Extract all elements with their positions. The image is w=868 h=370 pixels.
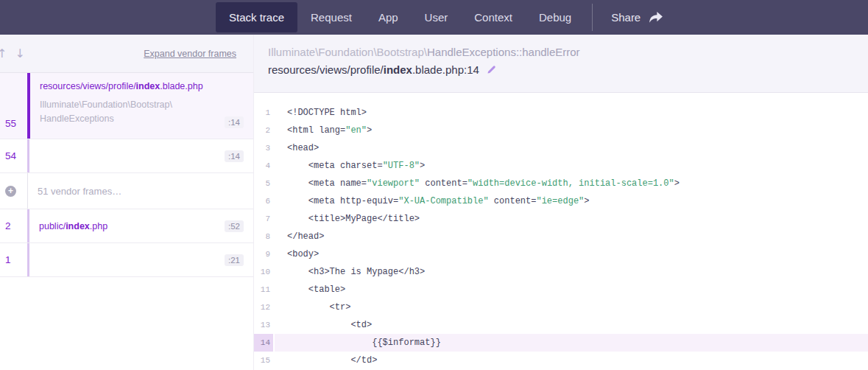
- frame-number-column: 2: [0, 209, 27, 242]
- frames-list: 55resources/views/profile/index.blade.ph…: [0, 73, 253, 277]
- line-number: 1: [254, 104, 273, 122]
- code-line-15: 15 </td>: [254, 352, 868, 369]
- code-line-text: <table>: [275, 281, 868, 299]
- code-line-text: <!DOCTYPE html>: [275, 104, 868, 122]
- line-number: 6: [254, 192, 273, 210]
- topbar-tabs: Stack traceRequestAppUserContextDebug: [216, 0, 585, 35]
- code-line-13: 13 <td>: [254, 316, 868, 334]
- code-line-text: <h3>The is Mypage</h3>: [275, 263, 868, 281]
- frame-detail-header: Illuminate\Foundation\Bootstrap\HandleEx…: [254, 35, 868, 92]
- code-line-12: 12 <tr>: [254, 299, 868, 316]
- sidebar-header: ↑↓ Expand vendor frames: [0, 35, 253, 73]
- code-line-text: <meta name="viewport" content="width=dev…: [275, 175, 868, 192]
- exception-method: Illuminate\Foundation\Bootstrap\HandleEx…: [268, 46, 868, 58]
- tab-stack-trace[interactable]: Stack trace: [216, 2, 297, 32]
- plus-circle-icon[interactable]: +: [5, 186, 16, 197]
- code-line-text: <head>: [275, 139, 868, 157]
- line-number: 15: [254, 352, 273, 369]
- main-panel: Illuminate\Foundation\Bootstrap\HandleEx…: [254, 35, 868, 370]
- line-number: 11: [254, 281, 273, 299]
- file-path-bold: index: [384, 63, 412, 76]
- tab-request[interactable]: Request: [297, 2, 365, 32]
- code-snippet-viewer: 1<!DOCTYPE html>2<html lang="en">3<head>…: [254, 92, 868, 370]
- open-in-editor-button[interactable]: [486, 64, 497, 75]
- line-number: 14: [254, 334, 273, 352]
- file-path-suffix: .blade.php:14: [412, 63, 479, 76]
- code-line-3: 3<head>: [254, 139, 868, 157]
- stack-frame-2[interactable]: 2public/index.php:52: [0, 209, 253, 243]
- frame-card: resources/views/profile/index.blade.phpI…: [27, 73, 253, 139]
- code-line-text: <td>: [275, 316, 868, 334]
- frame-file-path: resources/views/profile/index.blade.php: [40, 81, 244, 91]
- line-number-badge: :14: [225, 116, 244, 128]
- code-line-11: 11 <table>: [254, 281, 868, 299]
- share-button-label: Share: [611, 11, 641, 24]
- code-line-10: 10 <h3>The is Mypage</h3>: [254, 263, 868, 281]
- line-number: 7: [254, 210, 273, 228]
- pencil-icon: [486, 66, 497, 77]
- arrow-down-icon[interactable]: ↓: [13, 46, 26, 61]
- line-number: 3: [254, 139, 273, 157]
- frame-number-column: +: [0, 173, 27, 209]
- frame-number: 55: [5, 118, 16, 129]
- line-number: 4: [254, 157, 273, 175]
- stack-frame-54[interactable]: 54:14: [0, 139, 253, 173]
- tab-debug[interactable]: Debug: [526, 2, 585, 32]
- code-line-4: 4 <meta charset="UTF-8">: [254, 157, 868, 175]
- code-line-text: </td>: [275, 352, 868, 369]
- line-number: 13: [254, 316, 273, 334]
- stack-frames-sidebar: ↑↓ Expand vendor frames 55resources/view…: [0, 35, 254, 370]
- code-line-text: {{$informat}}: [275, 334, 868, 352]
- frame-card: public/index.php:52: [27, 209, 253, 242]
- frame-number-column: 1: [0, 243, 27, 276]
- tab-context[interactable]: Context: [461, 2, 526, 32]
- code-line-7: 7 <title>MyPage</title>: [254, 210, 868, 228]
- frame-class-name: Illuminate\Foundation\Bootstrap\HandleEx…: [40, 98, 244, 126]
- code-line-text: <title>MyPage</title>: [275, 210, 868, 228]
- stack-frame-1[interactable]: 1:21: [0, 243, 253, 277]
- vendor-frames-label: 51 vendor frames…: [38, 186, 244, 197]
- code-line-text: <meta charset="UTF-8">: [275, 157, 868, 175]
- frame-card: :14: [27, 139, 253, 172]
- arrow-up-icon[interactable]: ↑: [0, 46, 8, 61]
- method-name: HandleExceptions::handleError: [427, 46, 580, 58]
- code-line-text: <meta http-equiv="X-UA-Compatible" conte…: [275, 192, 868, 210]
- line-number-badge: :52: [225, 220, 244, 232]
- code-line-2: 2<html lang="en">: [254, 122, 868, 139]
- frame-card: 51 vendor frames…: [27, 173, 253, 209]
- code-line-6: 6 <meta http-equiv="X-UA-Compatible" con…: [254, 192, 868, 210]
- stack-frame-55[interactable]: 55resources/views/profile/index.blade.ph…: [0, 73, 253, 139]
- method-namespace: Illuminate\Foundation\Bootstrap\: [268, 46, 427, 58]
- line-number: 9: [254, 245, 273, 263]
- line-number-badge: :14: [225, 150, 244, 162]
- line-number: 12: [254, 299, 273, 316]
- share-button[interactable]: Share: [593, 0, 674, 35]
- line-number: 5: [254, 175, 273, 192]
- frame-navigation: ↑↓: [0, 46, 27, 61]
- frame-number-column: 54: [0, 139, 27, 172]
- code-line-8: 8</head>: [254, 228, 868, 245]
- share-arrow-icon: [649, 12, 663, 24]
- expand-vendor-frames-link[interactable]: Expand vendor frames: [144, 49, 236, 59]
- code-line-text: <body>: [275, 245, 868, 263]
- code-line-14: 14 {{$informat}}: [254, 334, 868, 352]
- code-line-1: 1<!DOCTYPE html>: [254, 104, 868, 122]
- frame-number: 54: [5, 150, 16, 161]
- content-area: ↑↓ Expand vendor frames 55resources/view…: [0, 35, 868, 370]
- code-line-5: 5 <meta name="viewport" content="width=d…: [254, 175, 868, 192]
- file-path-line: resources/views/profile/index.blade.php:…: [268, 63, 868, 76]
- code-line-text: <html lang="en">: [275, 122, 868, 139]
- line-number-badge: :21: [225, 254, 244, 266]
- tab-app[interactable]: App: [365, 2, 412, 32]
- top-navigation-bar: Stack traceRequestAppUserContextDebug Sh…: [0, 0, 868, 35]
- frame-number: 2: [5, 220, 11, 231]
- tab-user[interactable]: User: [412, 2, 462, 32]
- frame-number: 1: [5, 254, 11, 265]
- line-number: 8: [254, 228, 273, 245]
- frame-card: :21: [27, 243, 253, 276]
- code-line-9: 9<body>: [254, 245, 868, 263]
- code-line-text: </head>: [275, 228, 868, 245]
- line-number: 10: [254, 263, 273, 281]
- vendor-frames-toggle[interactable]: +51 vendor frames…: [0, 173, 253, 209]
- code-line-text: <tr>: [275, 299, 868, 316]
